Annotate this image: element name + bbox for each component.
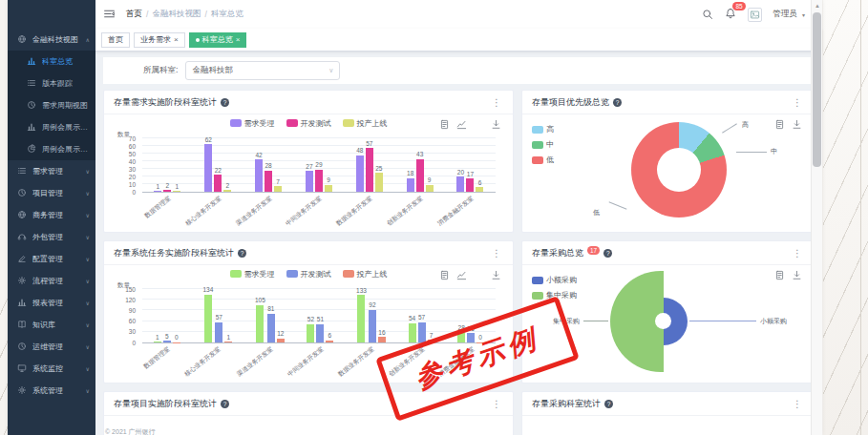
line-chart-icon[interactable]: [456, 270, 467, 280]
legend-swatch: [532, 141, 543, 149]
bar-开发测试: [416, 159, 424, 192]
y-axis: 010203040506070: [114, 139, 138, 193]
sidebar-item-报表管理[interactable]: 报表管理∨: [8, 292, 95, 314]
help-icon[interactable]: ?: [613, 98, 622, 107]
bar-chart-icon[interactable]: [474, 270, 484, 280]
bar-group-核心业务开发室: 134571核心业务开发室: [201, 290, 233, 342]
breadcrumb-item[interactable]: 首页: [126, 9, 142, 20]
bar-wrap: 25: [375, 166, 383, 193]
tab-科室总览[interactable]: 科室总览×: [189, 32, 247, 48]
sidebar-item-流程管理[interactable]: 流程管理∨: [8, 270, 95, 292]
search-icon[interactable]: [702, 9, 714, 21]
sidebar-item-系统管理[interactable]: 系统管理∨: [8, 380, 95, 402]
bar-wrap: 22: [214, 168, 222, 192]
sidebar-item-label: 知识库: [32, 320, 84, 330]
sidebar-item-系统监控[interactable]: 系统监控∨: [8, 358, 95, 380]
more-icon[interactable]: ⋮: [791, 98, 804, 108]
legend-item-低[interactable]: 低: [532, 155, 554, 165]
bar-group-数据管理室: 121数据管理室: [153, 139, 181, 192]
y-tick-label: 0: [132, 190, 136, 197]
help-icon[interactable]: ?: [221, 98, 229, 107]
x-axis-label: 消费金融开发室: [436, 195, 476, 228]
sidebar-item-周例会展示报表-采购[interactable]: 周例会展示报表-采购: [8, 138, 95, 160]
bar-开发测试: [215, 322, 222, 342]
department-select[interactable]: 金融科技部 ∨: [185, 61, 340, 80]
scrollbar-up-arrow[interactable]: ▲: [814, 2, 821, 10]
sidebar-item-配置管理[interactable]: 配置管理∨: [8, 248, 95, 270]
legend-item-开发测试[interactable]: 开发测试: [286, 269, 331, 280]
sidebar-item-版本跟踪[interactable]: 版本跟踪: [8, 72, 95, 94]
hamburger-icon[interactable]: [103, 8, 116, 21]
help-icon[interactable]: ?: [238, 249, 246, 258]
sidebar-item-label: 系统监控: [32, 363, 84, 374]
bar-chart-icon[interactable]: [474, 119, 484, 130]
legend-item-开发测试[interactable]: 开发测试: [286, 118, 331, 129]
help-icon[interactable]: ?: [604, 400, 613, 408]
edit-icon: [17, 254, 28, 264]
bar-wrap: 9: [325, 177, 332, 192]
tab-label: 首页: [108, 34, 123, 45]
download-icon[interactable]: [491, 119, 501, 130]
more-icon[interactable]: ⋮: [791, 400, 804, 409]
bar-value-label: 16: [378, 330, 385, 337]
data-view-icon[interactable]: [774, 270, 785, 280]
sidebar-item-周例会展示报表-项目[interactable]: 周例会展示报表-项目: [8, 116, 95, 138]
help-icon[interactable]: ?: [603, 249, 612, 258]
legend-label: 需求受理: [244, 118, 275, 129]
more-icon[interactable]: ⋮: [490, 400, 503, 409]
legend-item-投产上线[interactable]: 投产上线: [343, 118, 388, 129]
legend-item-需求受理[interactable]: 需求受理: [230, 269, 275, 280]
sidebar-item-需求管理[interactable]: 需求管理∨: [8, 160, 95, 182]
legend-item-需求受理[interactable]: 需求受理: [230, 118, 275, 129]
close-icon[interactable]: ×: [236, 36, 241, 44]
bar-value-label: 6: [328, 333, 332, 340]
sidebar-item-项目管理[interactable]: 项目管理∨: [8, 182, 95, 204]
legend-label: 开发测试: [301, 118, 331, 129]
chart-toolbox: [774, 119, 802, 130]
legend-label: 高: [546, 124, 554, 135]
avatar[interactable]: [748, 8, 762, 22]
download-icon[interactable]: [792, 270, 802, 280]
sidebar-item-商务管理[interactable]: 商务管理∨: [8, 204, 95, 226]
legend-item-投产上线[interactable]: 投产上线: [343, 269, 388, 280]
notifications-button[interactable]: 85: [725, 6, 737, 23]
more-icon[interactable]: ⋮: [490, 98, 503, 108]
bar-value-label: 62: [205, 137, 212, 144]
legend-item-小额采购[interactable]: 小额采购: [532, 275, 577, 285]
bar-wrap: 16: [378, 330, 386, 342]
legend-item-高[interactable]: 高: [532, 124, 554, 135]
data-view-icon[interactable]: [439, 119, 450, 130]
tab-label: 业务需求: [140, 34, 171, 45]
bar-wrap: 1: [173, 184, 180, 193]
download-icon[interactable]: [792, 119, 802, 130]
breadcrumb-item[interactable]: 金融科技视图: [152, 9, 201, 20]
bar-开发测试: [316, 324, 324, 342]
data-view-icon[interactable]: [439, 270, 450, 280]
sidebar-item-知识库[interactable]: 知识库∨: [8, 314, 95, 336]
x-axis-label: 数据管理室: [143, 195, 173, 220]
line-chart-icon[interactable]: [456, 119, 467, 130]
sidebar-item-科室总览[interactable]: 科室总览: [8, 51, 95, 72]
legend-item-中[interactable]: 中: [532, 139, 554, 150]
slice-label-中: 中: [771, 147, 777, 156]
sidebar-item-金融科技视图[interactable]: 金融科技视图∧: [8, 29, 95, 51]
sidebar-item-label: 需求管理: [32, 166, 84, 176]
donut-chart: [631, 122, 727, 218]
user-menu[interactable]: 管理员: [773, 9, 797, 20]
sidebar-item-外包管理[interactable]: 外包管理∨: [8, 226, 95, 248]
tab-label: 科室总览: [202, 34, 233, 45]
tab-业务需求[interactable]: 业务需求×: [134, 32, 185, 48]
scrollbar-thumb[interactable]: [813, 12, 821, 167]
user-caret-icon[interactable]: ▾: [802, 11, 805, 18]
more-icon[interactable]: ⋮: [791, 249, 804, 259]
help-icon[interactable]: ?: [221, 400, 229, 408]
tab-首页[interactable]: 首页: [101, 32, 130, 48]
close-icon[interactable]: ×: [174, 36, 179, 44]
sidebar-item-运维管理[interactable]: 运维管理∨: [8, 336, 95, 358]
sidebar-item-需求周期视图[interactable]: 需求周期视图: [8, 94, 95, 116]
more-icon[interactable]: ⋮: [490, 249, 503, 259]
bar-value-label: 48: [356, 148, 363, 155]
breadcrumb: 首页/金融科技视图/科室总览: [126, 9, 243, 20]
download-icon[interactable]: [491, 270, 501, 280]
data-view-icon[interactable]: [774, 119, 785, 130]
